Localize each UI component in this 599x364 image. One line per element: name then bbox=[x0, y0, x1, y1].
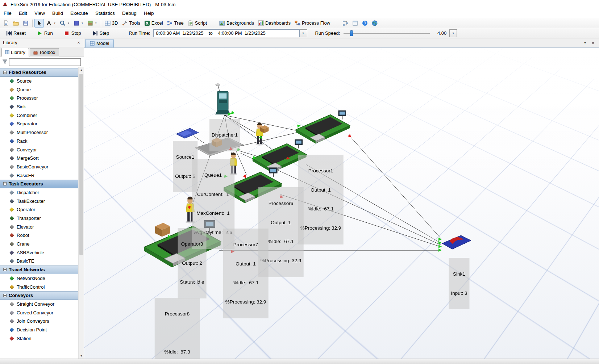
library-item-conveyor[interactable]: Conveyor bbox=[0, 145, 78, 154]
tab-library[interactable]: Library bbox=[1, 48, 29, 57]
flexsim-logo-icon bbox=[2, 1, 8, 7]
library-item-trafficcontrol[interactable]: TrafficControl bbox=[0, 283, 78, 291]
collapse-icon[interactable] bbox=[3, 71, 7, 74]
help-button[interactable] bbox=[360, 19, 370, 28]
run-speed-slider[interactable] bbox=[344, 30, 430, 37]
library-item-transporter[interactable]: Transporter bbox=[0, 214, 78, 223]
3d-view-button[interactable]: 3D bbox=[103, 19, 120, 28]
process-flow-button[interactable]: Process Flow bbox=[293, 19, 332, 28]
new-model-button[interactable] bbox=[1, 19, 11, 28]
slider-handle[interactable] bbox=[350, 30, 353, 36]
object-name: Processor8 bbox=[157, 311, 198, 317]
properties-window-button[interactable] bbox=[350, 19, 360, 28]
open-button[interactable] bbox=[11, 19, 21, 28]
menu-debug[interactable]: Debug bbox=[118, 9, 140, 17]
library-item-elevator[interactable]: Elevator bbox=[0, 222, 78, 231]
tab-list-dropdown-button[interactable]: ▼ bbox=[582, 40, 588, 46]
scrollbar-thumb[interactable] bbox=[79, 74, 83, 255]
step-icon bbox=[92, 30, 98, 36]
close-view-button[interactable]: × bbox=[590, 40, 596, 46]
library-item-asrsvehicle[interactable]: ASRSvehicle bbox=[0, 248, 78, 257]
backgrounds-button[interactable]: Backgrounds bbox=[217, 19, 256, 28]
tools-button[interactable]: Tools bbox=[120, 19, 142, 28]
library-item-label: BasicFR bbox=[17, 173, 34, 178]
menu-help[interactable]: Help bbox=[140, 9, 158, 17]
library-section-conveyors[interactable]: Conveyors bbox=[0, 291, 78, 300]
library-item-straight-conveyor[interactable]: Straight Conveyor bbox=[0, 300, 78, 309]
library-item-operator[interactable]: Operator bbox=[0, 205, 78, 214]
library-item-multiprocessor[interactable]: MultiProcessor bbox=[0, 128, 78, 137]
reset-button[interactable]: Reset bbox=[3, 29, 29, 38]
find-objects-button[interactable]: ▼ bbox=[58, 19, 71, 28]
library-item-dispatcher[interactable]: Dispatcher bbox=[0, 188, 78, 197]
fill-color-button[interactable]: ▼ bbox=[72, 19, 85, 28]
menu-bar: File Edit View Build Execute Statistics … bbox=[0, 9, 599, 18]
run-time-dropdown-button[interactable]: ▼ bbox=[300, 29, 307, 37]
run-button[interactable]: Run bbox=[34, 29, 56, 38]
dispatcher1-object[interactable] bbox=[215, 84, 230, 114]
networknode-icon bbox=[9, 276, 14, 281]
run-speed-dropdown-button[interactable]: ▼ bbox=[449, 29, 457, 37]
collapse-icon[interactable] bbox=[3, 294, 7, 297]
dispatcher-icon bbox=[9, 190, 14, 195]
library-section-task-executers[interactable]: Task Executers bbox=[0, 180, 78, 188]
library-item-curved-conveyor[interactable]: Curved Conveyor bbox=[0, 308, 78, 317]
library-item-queue[interactable]: Queue bbox=[0, 85, 78, 94]
pointer-tool-button[interactable] bbox=[34, 19, 44, 28]
library-scrollbar[interactable]: ▲ ▼ bbox=[78, 67, 84, 359]
save-button[interactable] bbox=[21, 19, 30, 28]
library-item-taskexecuter[interactable]: TaskExecuter bbox=[0, 197, 78, 205]
library-item-separator[interactable]: Separator bbox=[0, 120, 78, 128]
tools-label: Tools bbox=[129, 20, 140, 26]
stop-button[interactable]: Stop bbox=[61, 29, 84, 38]
library-item-join-conveyors[interactable]: Join Conveyors bbox=[0, 317, 78, 326]
library-search-input[interactable] bbox=[9, 58, 81, 66]
flowchart-button[interactable] bbox=[341, 19, 350, 28]
menu-execute[interactable]: Execute bbox=[67, 9, 92, 17]
model-3d-view[interactable]: Dispatcher1 Source1 Output: 6 Queue1 Cur… bbox=[84, 48, 599, 359]
web-button[interactable] bbox=[370, 19, 379, 28]
flow-item-box[interactable] bbox=[155, 223, 170, 237]
library-section-travel-networks[interactable]: Travel Networks bbox=[0, 265, 78, 274]
text-style-button[interactable]: ▼ bbox=[44, 19, 58, 28]
library-item-crane[interactable]: Crane bbox=[0, 240, 78, 248]
library-section-fixed-resources[interactable]: Fixed Resources bbox=[0, 68, 78, 77]
collapse-icon[interactable] bbox=[3, 268, 7, 271]
scroll-up-icon[interactable]: ▲ bbox=[79, 67, 84, 73]
tab-model[interactable]: Model bbox=[85, 39, 114, 47]
excel-button[interactable]: Excel bbox=[142, 19, 165, 28]
library-item-source[interactable]: Source bbox=[0, 77, 78, 85]
menu-view[interactable]: View bbox=[31, 9, 49, 17]
script-button[interactable]: Script bbox=[186, 19, 209, 28]
library-item-sink[interactable]: Sink bbox=[0, 102, 78, 111]
library-item-station[interactable]: Station bbox=[0, 334, 78, 343]
library-item-mergesort[interactable]: MergeSort bbox=[0, 154, 78, 163]
menu-file[interactable]: File bbox=[0, 9, 15, 17]
scroll-down-icon[interactable]: ▼ bbox=[79, 353, 84, 359]
menu-build[interactable]: Build bbox=[49, 9, 67, 17]
run-time-field[interactable]: 8:00:30 AM 1/23/2025 to 4:00:00 PM 1/23/… bbox=[153, 29, 300, 37]
library-item-networknode[interactable]: NetworkNode bbox=[0, 274, 78, 283]
library-item-combiner[interactable]: Combiner bbox=[0, 111, 78, 120]
library-item-rack[interactable]: Rack bbox=[0, 137, 78, 146]
collapse-icon[interactable] bbox=[3, 182, 7, 185]
library-item-label: MergeSort bbox=[17, 155, 39, 161]
source1-object[interactable] bbox=[176, 128, 199, 138]
library-item-basicte[interactable]: BasicTE bbox=[0, 257, 78, 265]
library-item-processor[interactable]: Processor bbox=[0, 94, 78, 102]
close-panel-button[interactable]: × bbox=[76, 40, 82, 46]
library-item-robot[interactable]: Robot bbox=[0, 231, 78, 240]
menu-edit[interactable]: Edit bbox=[15, 9, 31, 17]
menu-statistics[interactable]: Statistics bbox=[92, 9, 118, 17]
library-item-decision-point[interactable]: Decision Point bbox=[0, 326, 78, 334]
tree-button[interactable]: Tree bbox=[165, 19, 186, 28]
object-name: Operator3 bbox=[180, 241, 204, 247]
dashboards-button[interactable]: Dashboards bbox=[256, 19, 292, 28]
texture-button[interactable]: ▼ bbox=[86, 19, 99, 28]
library-item-basicfr[interactable]: BasicFR bbox=[0, 171, 78, 180]
step-button[interactable]: Step bbox=[89, 29, 112, 38]
library-item-basicconveyor[interactable]: BasicConveyor bbox=[0, 163, 78, 171]
tab-toolbox[interactable]: Toolbox bbox=[30, 48, 59, 57]
processor1-object[interactable] bbox=[296, 110, 350, 143]
sink1-object[interactable] bbox=[442, 235, 471, 249]
